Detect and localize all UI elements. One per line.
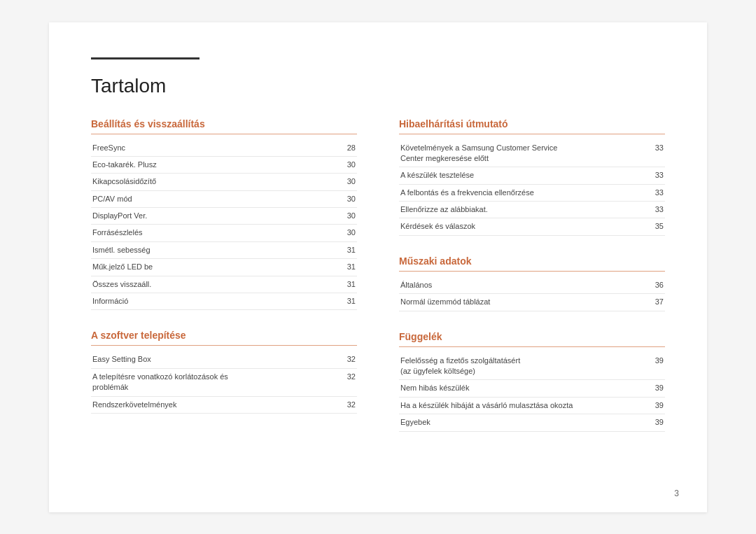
table-row: FreeSync28 <box>91 140 357 157</box>
toc-label: Rendszerkövetelmények <box>91 396 328 413</box>
toc-page: 30 <box>304 190 357 207</box>
section-muszaki: Műszaki adatok Általános36Normál üzemmód… <box>399 255 665 311</box>
toc-label: Kikapcsolásidőzítő <box>91 174 304 190</box>
document: Tartalom Beállítás és visszaállítás Free… <box>49 22 707 512</box>
toc-page: 33 <box>640 167 665 184</box>
table-row: Általános36 <box>399 277 665 294</box>
toc-label: A felbontás és a frekvencia ellenőrzése <box>399 184 640 201</box>
toc-page: 36 <box>624 277 665 294</box>
table-row: Összes visszaáll.31 <box>91 276 357 293</box>
table-row: Eco-takarék. Plusz30 <box>91 156 357 173</box>
toc-label: Ellenőrizze az alábbiakat. <box>399 202 640 218</box>
table-row: A készülék tesztelése33 <box>399 167 665 184</box>
toc-page: 32 <box>328 396 357 413</box>
toc-label: A telepítésre vonatkozó korlátozások ésp… <box>91 368 328 396</box>
toc-page: 31 <box>304 293 357 310</box>
table-row: Nem hibás készülék39 <box>399 380 665 397</box>
toc-label: Információ <box>91 293 304 310</box>
toc-label: Ismétl. sebesség <box>91 241 304 258</box>
section-title-szoftver: A szoftver telepítése <box>91 330 357 346</box>
toc-page: 30 <box>304 208 357 225</box>
section-fuggele: Függelék Felelősség a fizetős szolgáltat… <box>399 331 665 432</box>
table-row: Forrásészlelés30 <box>91 225 357 241</box>
table-row: Ha a készülék hibáját a vásárló mulasztá… <box>399 397 665 414</box>
page-number: 3 <box>674 489 679 498</box>
toc-label: PC/AV mód <box>91 190 304 207</box>
table-row: Műk.jelző LED be31 <box>91 259 357 276</box>
toc-label: Normál üzemmód táblázat <box>399 294 624 311</box>
toc-label: Forrásészlelés <box>91 225 304 241</box>
toc-table-beallitas: FreeSync28Eco-takarék. Plusz30Kikapcsolá… <box>91 140 357 311</box>
toc-table-muszaki: Általános36Normál üzemmód táblázat37 <box>399 277 665 311</box>
toc-page: 31 <box>304 241 357 258</box>
toc-label: Általános <box>399 277 624 294</box>
table-row: Felelősség a fizetős szolgáltatásért(az … <box>399 353 665 380</box>
section-title-hibaelharitas: Hibaelhárítási útmutató <box>399 118 665 134</box>
toc-page: 33 <box>640 140 665 167</box>
toc-label: Összes visszaáll. <box>91 276 304 293</box>
left-column: Beállítás és visszaállítás FreeSync28Eco… <box>91 118 357 451</box>
table-row: Normál üzemmód táblázat37 <box>399 294 665 311</box>
table-row: Easy Setting Box32 <box>91 351 357 368</box>
toc-label: DisplayPort Ver. <box>91 208 304 225</box>
toc-page: 28 <box>304 140 357 157</box>
section-hibaelharitas: Hibaelhárítási útmutató Követelmények a … <box>399 118 665 236</box>
toc-table-fuggele: Felelősség a fizetős szolgáltatásért(az … <box>399 353 665 432</box>
section-szoftver: A szoftver telepítése Easy Setting Box32… <box>91 330 357 414</box>
toc-page: 37 <box>624 294 665 311</box>
toc-label: Egyebek <box>399 414 642 431</box>
section-beallitas: Beállítás és visszaállítás FreeSync28Eco… <box>91 118 357 311</box>
table-row: Kérdések és válaszok35 <box>399 218 665 235</box>
toc-page: 31 <box>304 259 357 276</box>
toc-label: Követelmények a Samsung Customer Service… <box>399 140 640 167</box>
toc-label: Felelősség a fizetős szolgáltatásért(az … <box>399 353 642 380</box>
toc-label: Nem hibás készülék <box>399 380 642 397</box>
table-row: Ismétl. sebesség31 <box>91 241 357 258</box>
toc-page: 39 <box>642 380 665 397</box>
page-background: Tartalom Beállítás és visszaállítás Free… <box>0 0 756 534</box>
toc-label: Műk.jelző LED be <box>91 259 304 276</box>
page-title: Tartalom <box>91 68 665 97</box>
table-row: A felbontás és a frekvencia ellenőrzése3… <box>399 184 665 201</box>
table-row: PC/AV mód30 <box>91 190 357 207</box>
section-title-muszaki: Műszaki adatok <box>399 255 665 272</box>
toc-table-hibaelharitas: Követelmények a Samsung Customer Service… <box>399 140 665 236</box>
table-row: Ellenőrizze az alábbiakat.33 <box>399 202 665 218</box>
table-row: Rendszerkövetelmények32 <box>91 396 357 413</box>
toc-page: 31 <box>304 276 357 293</box>
toc-label: Eco-takarék. Plusz <box>91 156 304 173</box>
title-bar <box>91 57 200 59</box>
toc-page: 39 <box>642 414 665 431</box>
toc-label: A készülék tesztelése <box>399 167 640 184</box>
toc-page: 30 <box>304 156 357 173</box>
right-column: Hibaelhárítási útmutató Követelmények a … <box>399 118 665 451</box>
table-row: Egyebek39 <box>399 414 665 431</box>
table-row: DisplayPort Ver.30 <box>91 208 357 225</box>
toc-page: 30 <box>304 225 357 241</box>
toc-label: Ha a készülék hibáját a vásárló mulasztá… <box>399 397 642 414</box>
section-title-fuggele: Függelék <box>399 331 665 347</box>
toc-label: FreeSync <box>91 140 304 157</box>
table-row: Kikapcsolásidőzítő30 <box>91 174 357 190</box>
toc-page: 33 <box>640 184 665 201</box>
toc-page: 35 <box>640 218 665 235</box>
toc-label: Easy Setting Box <box>91 351 328 368</box>
table-row: Követelmények a Samsung Customer Service… <box>399 140 665 167</box>
toc-page: 39 <box>642 397 665 414</box>
section-title-beallitas: Beállítás és visszaállítás <box>91 118 357 134</box>
content-columns: Beállítás és visszaállítás FreeSync28Eco… <box>91 118 665 451</box>
table-row: Információ31 <box>91 293 357 310</box>
toc-page: 30 <box>304 174 357 190</box>
toc-label: Kérdések és válaszok <box>399 218 640 235</box>
toc-page: 33 <box>640 202 665 218</box>
toc-page: 32 <box>328 368 357 396</box>
toc-table-szoftver: Easy Setting Box32A telepítésre vonatkoz… <box>91 351 357 414</box>
table-row: A telepítésre vonatkozó korlátozások ésp… <box>91 368 357 396</box>
toc-page: 32 <box>328 351 357 368</box>
toc-page: 39 <box>642 353 665 380</box>
